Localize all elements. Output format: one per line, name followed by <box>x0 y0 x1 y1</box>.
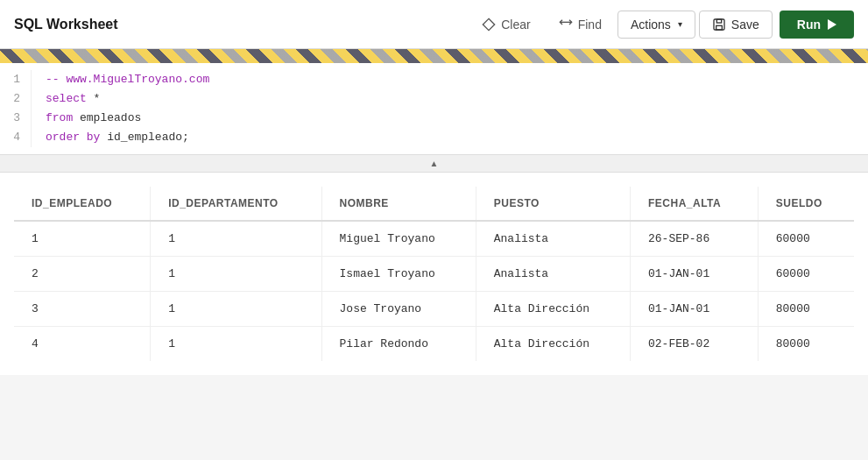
cell-id_departamento: 1 <box>151 327 321 362</box>
actions-button[interactable]: Actions ▾ <box>617 11 695 39</box>
line-number-3: 3 <box>11 109 20 128</box>
editor-area[interactable]: 1 2 3 4 -- www.MiguelTroyano.com select … <box>0 63 868 155</box>
scroll-indicator[interactable]: ▲ <box>0 155 868 173</box>
clear-icon <box>482 18 496 32</box>
cell-puesto: Analista <box>476 257 630 292</box>
cell-sueldo: 80000 <box>758 327 854 362</box>
code-line-4: order by id_empleado; <box>46 128 854 147</box>
col-puesto: PUESTO <box>476 187 630 221</box>
svg-rect-4 <box>716 25 723 30</box>
decorative-banner <box>0 49 868 63</box>
save-button[interactable]: Save <box>699 11 773 39</box>
line-number-1: 1 <box>11 70 20 89</box>
cell-sueldo: 60000 <box>758 257 854 292</box>
results-area: ID_EMPLEADO ID_DEPARTAMENTO NOMBRE PUEST… <box>0 173 868 375</box>
cell-id_departamento: 1 <box>151 292 321 327</box>
cell-id_empleado: 3 <box>14 292 151 327</box>
cell-fecha_alta: 26-SEP-86 <box>631 221 759 257</box>
svg-rect-3 <box>716 19 721 23</box>
svg-marker-0 <box>483 18 495 30</box>
table-header: ID_EMPLEADO ID_DEPARTAMENTO NOMBRE PUEST… <box>14 187 854 221</box>
table-body: 11Miguel TroyanoAnalista26-SEP-866000021… <box>14 221 854 361</box>
col-sueldo: SUELDO <box>758 187 854 221</box>
code-line-2: select * <box>46 89 854 109</box>
run-button[interactable]: Run <box>780 11 854 39</box>
scroll-up-arrow: ▲ <box>430 159 439 168</box>
cell-puesto: Analista <box>476 221 630 257</box>
code-content[interactable]: -- www.MiguelTroyano.com select * from e… <box>32 70 868 147</box>
table-row: 31Jose TroyanoAlta Dirección01-JAN-01800… <box>14 292 854 327</box>
cell-nombre: Pilar Redondo <box>321 327 476 362</box>
cell-puesto: Alta Dirección <box>476 292 630 327</box>
results-table: ID_EMPLEADO ID_DEPARTAMENTO NOMBRE PUEST… <box>14 187 854 361</box>
table-row: 11Miguel TroyanoAnalista26-SEP-8660000 <box>14 221 854 257</box>
code-line-1: -- www.MiguelTroyano.com <box>46 70 854 89</box>
clear-button[interactable]: Clear <box>469 11 542 38</box>
svg-rect-2 <box>714 19 724 30</box>
toolbar-actions: Clear Find Actions ▾ Save Run <box>469 11 854 39</box>
cell-id_empleado: 1 <box>14 221 151 257</box>
cell-id_empleado: 4 <box>14 327 151 362</box>
line-number-4: 4 <box>11 128 20 147</box>
chevron-down-icon: ▾ <box>678 19 682 29</box>
cell-id_departamento: 1 <box>151 257 321 292</box>
col-id-empleado: ID_EMPLEADO <box>14 187 151 221</box>
cell-nombre: Ismael Troyano <box>321 257 476 292</box>
code-block: 1 2 3 4 -- www.MiguelTroyano.com select … <box>0 63 868 154</box>
cell-fecha_alta: 01-JAN-01 <box>631 257 759 292</box>
col-id-departamento: ID_DEPARTAMENTO <box>151 187 321 221</box>
col-nombre: NOMBRE <box>321 187 476 221</box>
save-icon <box>712 18 726 32</box>
find-icon <box>559 18 573 32</box>
col-fecha-alta: FECHA_ALTA <box>631 187 759 221</box>
cell-nombre: Jose Troyano <box>321 292 476 327</box>
page-title: SQL Worksheet <box>14 17 469 32</box>
find-button[interactable]: Find <box>547 11 614 38</box>
line-numbers: 1 2 3 4 <box>0 70 32 147</box>
play-icon <box>828 19 836 30</box>
cell-id_departamento: 1 <box>151 221 321 257</box>
cell-nombre: Miguel Troyano <box>321 221 476 257</box>
code-line-3: from empleados <box>46 109 854 128</box>
cell-sueldo: 80000 <box>758 292 854 327</box>
cell-puesto: Alta Dirección <box>476 327 630 362</box>
table-row: 21Ismael TroyanoAnalista01-JAN-0160000 <box>14 257 854 292</box>
header-row: ID_EMPLEADO ID_DEPARTAMENTO NOMBRE PUEST… <box>14 187 854 221</box>
table-row: 41Pilar RedondoAlta Dirección02-FEB-0280… <box>14 327 854 362</box>
toolbar: SQL Worksheet Clear Find Actions ▾ <box>0 0 868 49</box>
cell-id_empleado: 2 <box>14 257 151 292</box>
cell-fecha_alta: 02-FEB-02 <box>631 327 759 362</box>
cell-sueldo: 60000 <box>758 221 854 257</box>
line-number-2: 2 <box>11 89 20 109</box>
cell-fecha_alta: 01-JAN-01 <box>631 292 759 327</box>
